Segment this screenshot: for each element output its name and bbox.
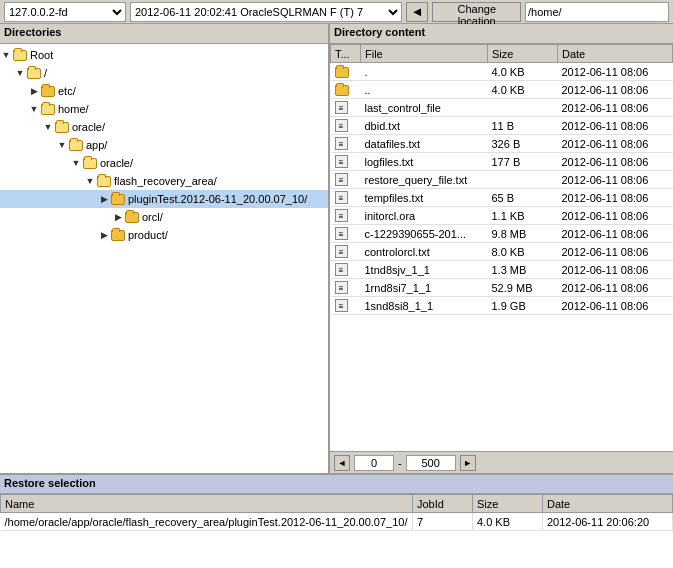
tree-item[interactable]: ▼home/	[0, 100, 328, 118]
file-name-cell[interactable]: 1tnd8sjv_1_1	[361, 261, 488, 279]
page-separator: -	[398, 457, 402, 469]
file-size-cell: 1.3 MB	[488, 261, 558, 279]
table-row[interactable]: ≡1rnd8si7_1_152.9 MB2012-06-11 08:06	[331, 279, 673, 297]
tree-item-label: Root	[30, 49, 53, 61]
nav-back-button[interactable]: ◄	[406, 2, 429, 22]
table-row[interactable]: ≡c-1229390655-201...9.8 MB2012-06-11 08:…	[331, 225, 673, 243]
table-row[interactable]: .4.0 KB2012-06-11 08:06	[331, 63, 673, 81]
tree-item[interactable]: ▼flash_recovery_area/	[0, 172, 328, 190]
restore-jobid-cell: 7	[413, 513, 473, 531]
content-col-header[interactable]: T...	[331, 45, 361, 63]
restore-row[interactable]: /home/oracle/app/oracle/flash_recovery_a…	[1, 513, 673, 531]
tree-toggle-icon[interactable]: ▶	[98, 229, 110, 241]
folder-icon	[111, 230, 125, 241]
table-row[interactable]: ≡last_control_file2012-06-11 08:06	[331, 99, 673, 117]
page-next-button[interactable]: ►	[460, 455, 476, 471]
table-row[interactable]: ≡controlorcl.txt8.0 KB2012-06-11 08:06	[331, 243, 673, 261]
tree-item[interactable]: ▶orcl/	[0, 208, 328, 226]
tree-item[interactable]: ▶product/	[0, 226, 328, 244]
table-row[interactable]: ≡dbid.txt11 B2012-06-11 08:06	[331, 117, 673, 135]
tree-item[interactable]: ▼/	[0, 64, 328, 82]
file-size-cell	[488, 99, 558, 117]
change-location-button[interactable]: Change location	[432, 2, 521, 22]
file-name-cell[interactable]: .	[361, 63, 488, 81]
top-bar: 127.0.0.2-fd 2012-06-11 20:02:41 OracleS…	[0, 0, 673, 24]
file-date-cell: 2012-06-11 08:06	[558, 279, 673, 297]
file-icon: ≡	[335, 227, 348, 240]
tree-toggle-icon[interactable]: ▼	[56, 139, 68, 151]
restore-col-header[interactable]: Size	[473, 495, 543, 513]
page-prev-button[interactable]: ◄	[334, 455, 350, 471]
file-size-cell	[488, 171, 558, 189]
content-col-header[interactable]: Size	[488, 45, 558, 63]
file-name-cell[interactable]: last_control_file	[361, 99, 488, 117]
tree-item[interactable]: ▼oracle/	[0, 154, 328, 172]
page-to-input[interactable]	[406, 455, 456, 471]
tree-item[interactable]: ▶etc/	[0, 82, 328, 100]
file-icon: ≡	[335, 263, 348, 276]
tree-item[interactable]: ▼app/	[0, 136, 328, 154]
file-icon: ≡	[335, 191, 348, 204]
tree-toggle-icon[interactable]: ▼	[70, 157, 82, 169]
restore-col-header[interactable]: Date	[543, 495, 673, 513]
tree-toggle-icon[interactable]: ▶	[112, 211, 124, 223]
content-header: Directory content	[330, 24, 673, 44]
folder-icon	[97, 176, 111, 187]
table-row[interactable]: ≡datafiles.txt326 B2012-06-11 08:06	[331, 135, 673, 153]
file-size-cell: 326 B	[488, 135, 558, 153]
restore-col-header[interactable]: Name	[1, 495, 413, 513]
table-row[interactable]: ..4.0 KB2012-06-11 08:06	[331, 81, 673, 99]
restore-col-header[interactable]: JobId	[413, 495, 473, 513]
table-row[interactable]: ≡tempfiles.txt65 B2012-06-11 08:06	[331, 189, 673, 207]
file-name-cell[interactable]: controlorcl.txt	[361, 243, 488, 261]
tree-toggle-icon[interactable]: ▼	[84, 175, 96, 187]
table-row[interactable]: ≡restore_query_file.txt2012-06-11 08:06	[331, 171, 673, 189]
file-size-cell: 52.9 MB	[488, 279, 558, 297]
folder-icon	[125, 212, 139, 223]
folder-small-icon	[335, 67, 349, 78]
file-size-cell: 9.8 MB	[488, 225, 558, 243]
file-name-cell[interactable]: restore_query_file.txt	[361, 171, 488, 189]
file-type-cell: ≡	[331, 135, 361, 153]
path-input[interactable]	[525, 2, 669, 22]
file-type-cell: ≡	[331, 117, 361, 135]
file-size-cell: 4.0 KB	[488, 63, 558, 81]
host-select[interactable]: 127.0.0.2-fd	[4, 2, 126, 22]
file-name-cell[interactable]: ..	[361, 81, 488, 99]
file-name-cell[interactable]: c-1229390655-201...	[361, 225, 488, 243]
file-name-cell[interactable]: dbid.txt	[361, 117, 488, 135]
tree-item-label: home/	[58, 103, 89, 115]
table-row[interactable]: ≡1tnd8sjv_1_11.3 MB2012-06-11 08:06	[331, 261, 673, 279]
tree-item-label: oracle/	[100, 157, 133, 169]
file-name-cell[interactable]: 1snd8si8_1_1	[361, 297, 488, 315]
tree-toggle-icon[interactable]: ▶	[28, 85, 40, 97]
table-row[interactable]: ≡logfiles.txt177 B2012-06-11 08:06	[331, 153, 673, 171]
tree-toggle-icon[interactable]: ▼	[28, 103, 40, 115]
file-date-cell: 2012-06-11 08:06	[558, 207, 673, 225]
page-from-input[interactable]	[354, 455, 394, 471]
file-date-cell: 2012-06-11 08:06	[558, 297, 673, 315]
table-row[interactable]: ≡initorcl.ora1.1 KB2012-06-11 08:06	[331, 207, 673, 225]
file-name-cell[interactable]: 1rnd8si7_1_1	[361, 279, 488, 297]
directory-tree[interactable]: ▼Root▼/▶etc/▼home/▼oracle/▼app/▼oracle/▼…	[0, 44, 328, 473]
file-name-cell[interactable]: initorcl.ora	[361, 207, 488, 225]
file-name-cell[interactable]: logfiles.txt	[361, 153, 488, 171]
job-select[interactable]: 2012-06-11 20:02:41 OracleSQLRMAN F (T) …	[130, 2, 402, 22]
content-col-header[interactable]: File	[361, 45, 488, 63]
tree-item[interactable]: ▶pluginTest.2012-06-11_20.00.07_10/	[0, 190, 328, 208]
file-type-cell: ≡	[331, 153, 361, 171]
tree-item-label: /	[44, 67, 47, 79]
tree-toggle-icon[interactable]: ▶	[98, 193, 110, 205]
directories-header: Directories	[0, 24, 328, 44]
tree-item[interactable]: ▼oracle/	[0, 118, 328, 136]
tree-toggle-icon[interactable]: ▼	[14, 67, 26, 79]
tree-toggle-icon[interactable]: ▼	[0, 49, 12, 61]
content-col-header[interactable]: Date	[558, 45, 673, 63]
tree-toggle-icon[interactable]: ▼	[42, 121, 54, 133]
file-icon: ≡	[335, 101, 348, 114]
file-name-cell[interactable]: datafiles.txt	[361, 135, 488, 153]
file-icon: ≡	[335, 245, 348, 258]
table-row[interactable]: ≡1snd8si8_1_11.9 GB2012-06-11 08:06	[331, 297, 673, 315]
file-name-cell[interactable]: tempfiles.txt	[361, 189, 488, 207]
tree-item[interactable]: ▼Root	[0, 46, 328, 64]
